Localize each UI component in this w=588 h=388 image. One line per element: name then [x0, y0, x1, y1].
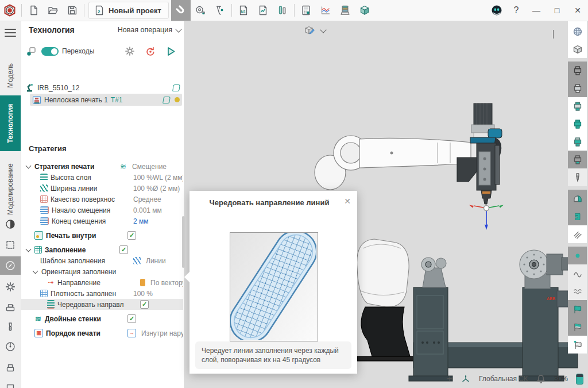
param-row[interactable]: ≋Двойные стенки✓ — [21, 313, 183, 324]
waves-button[interactable] — [568, 282, 587, 300]
close-icon[interactable]: ✕ — [344, 197, 351, 206]
param-value[interactable]: Линии — [133, 257, 183, 265]
param-value[interactable]: 100 % — [133, 290, 183, 298]
chevron-down-icon[interactable] — [33, 268, 38, 274]
nozzle-outline-button[interactable] — [568, 62, 587, 79]
tab-моделирование[interactable]: Моделирование — [0, 154, 21, 225]
frame-outline-icon[interactable] — [172, 84, 180, 91]
extruder-button[interactable] — [568, 190, 587, 208]
flag-teal-button[interactable] — [568, 300, 587, 318]
frame-button[interactable] — [0, 379, 21, 388]
param-value[interactable]: ✓ — [127, 231, 183, 240]
param-value[interactable]: →Изнутри наружу — [127, 329, 183, 337]
param-value[interactable]: 100 %Ø (2 мм) — [133, 185, 183, 193]
report-n1-button[interactable]: N1 — [234, 0, 253, 21]
nozzle-stack-button[interactable] — [568, 151, 587, 168]
viewport-options-chevron-icon[interactable] — [553, 30, 554, 39]
tree-row[interactable]: IRB_5510_12 — [23, 82, 182, 94]
hatch-lines-button[interactable] — [568, 225, 587, 243]
nozzle-band-button[interactable] — [568, 97, 587, 115]
coordinate-system-icon[interactable] — [461, 374, 471, 384]
new-document-button[interactable] — [24, 0, 43, 21]
param-row[interactable]: Высота слоя100 %WL (2 мм) — [21, 172, 183, 183]
param-row[interactable]: Качество поверхносСреднее — [21, 194, 183, 205]
param-value[interactable]: ≋Смещение — [119, 163, 183, 171]
calculator-button[interactable] — [296, 0, 316, 21]
param-row[interactable]: Начало смещения0.001 мм — [21, 205, 183, 216]
tree-row[interactable]: Неплоская печать 1 T#1 — [30, 94, 182, 106]
param-row[interactable]: Плотность заполнен100 % — [21, 288, 183, 299]
dot-button[interactable] — [568, 247, 587, 264]
bell-icon[interactable] — [536, 374, 546, 384]
param-value[interactable]: Среднее — [133, 195, 183, 203]
param-value[interactable]: По вектору ориен — [140, 279, 183, 287]
recalculate-icon[interactable] — [145, 46, 156, 57]
checkbox-checked[interactable]: ✓ — [127, 314, 136, 323]
compass-button[interactable] — [0, 256, 21, 275]
cs-label[interactable]: Глобальная СК — [479, 375, 528, 383]
new-project-button[interactable]: 2 Новый проект — [88, 2, 169, 19]
help-button[interactable]: ? — [506, 0, 526, 21]
param-row[interactable]: Ориентация заполнени — [21, 266, 183, 277]
printer-button[interactable] — [0, 359, 21, 377]
settings-gear-icon[interactable] — [125, 46, 135, 56]
clock-button[interactable] — [0, 337, 21, 356]
save-button[interactable] — [63, 0, 82, 21]
chevron-down-icon[interactable] — [320, 26, 326, 33]
z-tool-button[interactable] — [568, 208, 587, 225]
new-operation-dropdown[interactable]: Новая операция — [118, 26, 181, 34]
flag-half-button[interactable] — [568, 318, 587, 336]
param-row[interactable]: Чередовать направл✓ — [21, 299, 183, 310]
checkbox-checked[interactable]: ✓ — [119, 245, 128, 254]
chevron-down-icon[interactable] — [26, 163, 32, 169]
graph-button[interactable] — [316, 0, 335, 21]
nozzle-teal-button[interactable] — [568, 115, 587, 133]
param-value[interactable]: ✓ — [119, 245, 183, 254]
close-button[interactable]: ✕ — [567, 0, 588, 21]
param-row[interactable]: Заполнение✓ — [21, 244, 183, 255]
frame-outline-icon[interactable] — [163, 97, 171, 103]
menu-icon[interactable] — [5, 26, 16, 39]
tab-модель[interactable]: Модель — [0, 58, 21, 93]
param-value[interactable]: ✓ — [127, 314, 183, 323]
magnet-button[interactable] — [171, 0, 191, 21]
drill-button[interactable] — [568, 168, 587, 186]
box-3d-button[interactable] — [355, 0, 374, 21]
open-folder-button[interactable] — [43, 0, 63, 21]
report-chart-button[interactable] — [253, 0, 273, 21]
checkbox-checked[interactable]: ✓ — [140, 300, 149, 309]
iso-box-button[interactable] — [568, 40, 587, 58]
wave-button[interactable] — [568, 264, 587, 282]
flag-dot-button[interactable] — [568, 336, 587, 354]
screwdriver-button[interactable] — [0, 318, 21, 336]
dashed-square-button[interactable] — [0, 236, 21, 254]
param-value[interactable]: ✓ — [140, 300, 183, 309]
param-row[interactable]: Шаблон заполненияЛинии — [21, 255, 183, 266]
checkbox-checked[interactable]: ✓ — [127, 231, 136, 240]
nozzle-light-button[interactable] — [568, 79, 587, 97]
half-circle-button[interactable] — [0, 215, 21, 233]
edit-model-icon[interactable] — [304, 25, 315, 36]
nozzle-teal-sm-button[interactable] — [568, 133, 587, 151]
minimize-button[interactable]: — — [526, 0, 547, 21]
tab-технология[interactable]: Технология — [0, 95, 21, 151]
param-value[interactable]: 0.001 мм — [133, 206, 183, 214]
param-row[interactable]: Конец смещения2 мм — [21, 216, 183, 226]
add-button[interactable]: + — [447, 373, 452, 385]
panel-scrollbar[interactable] — [182, 216, 184, 268]
param-row[interactable]: Ширина линии100 %Ø (2 мм) — [21, 183, 183, 194]
tools-button[interactable] — [273, 0, 292, 21]
measure-tape-button[interactable] — [191, 0, 210, 21]
gear-button[interactable] — [0, 278, 21, 296]
zoom-level[interactable]: 30% — [554, 375, 568, 383]
param-value[interactable]: 2 мм — [133, 217, 183, 225]
maximize-button[interactable]: □ — [547, 0, 567, 21]
param-row[interactable]: ▣Порядок печати→Изнутри наружу — [21, 328, 183, 339]
machine-button[interactable] — [0, 298, 21, 317]
param-row[interactable]: Печать внутри✓ — [21, 230, 183, 241]
transitions-node-icon[interactable] — [26, 47, 36, 56]
layers-button[interactable] — [335, 0, 355, 21]
caliper-button[interactable] — [210, 0, 230, 21]
play-icon[interactable] — [165, 46, 176, 57]
transitions-toggle[interactable] — [41, 47, 59, 56]
